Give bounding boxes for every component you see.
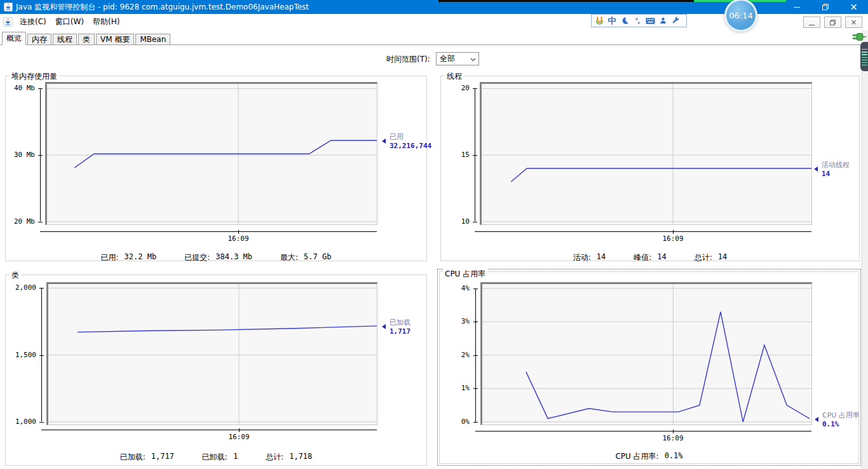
stat-label: 已提交:: [184, 252, 210, 263]
tab-vm-summary[interactable]: VM 概要: [96, 34, 134, 44]
series-end-label: 活动线程14: [814, 160, 850, 178]
sogou-logo-icon[interactable]: [594, 16, 604, 26]
series-end-label: 已加载1,717: [382, 318, 410, 336]
stat: 总计:14: [695, 252, 728, 263]
ime-toolbar: 中 °,: [591, 14, 687, 27]
stat-label: 活动:: [573, 252, 591, 263]
jconsole-window: Java 监视和管理控制台 - pid: 9628 com.atguigu.jv…: [0, 0, 868, 469]
stat-value: 14: [597, 252, 606, 263]
stat-label: 已用:: [101, 252, 119, 263]
heap-chart: [47, 84, 377, 224]
moon-icon[interactable]: [620, 16, 630, 26]
menu-connect[interactable]: 连接(C): [15, 15, 51, 29]
y-axis-tick: [38, 222, 43, 222]
panel-title-heap: 堆内存使用量: [10, 71, 59, 82]
stat-value: 0.1%: [665, 451, 683, 462]
stat-value: 5.7 Gb: [304, 252, 331, 263]
y-tick-label: 15: [441, 151, 470, 159]
cpu-usage-panel[interactable]: CPU 占用率 4%3%2%1%0%16:09CPU 占用率0.1%CPU 占用…: [437, 269, 861, 466]
edge-widget-stripes: [862, 49, 867, 65]
stat-value: 14: [718, 252, 727, 263]
chart-stats: 活动:14峰值:14总计:14: [441, 252, 859, 263]
menu-window[interactable]: 窗口(W): [51, 15, 88, 29]
y-tick-label: 0%: [438, 418, 470, 426]
user-icon[interactable]: [658, 16, 668, 26]
y-tick-label: 40 Mb: [6, 84, 35, 92]
stat-value: 32.2 Mb: [125, 252, 157, 263]
stat-label: 已加载:: [120, 452, 146, 463]
edge-docked-widget[interactable]: [860, 42, 868, 71]
cpu-chart-plot-area[interactable]: [480, 282, 812, 425]
stat: 已用:32.2 Mb: [101, 252, 157, 263]
y-axis-tick: [473, 322, 478, 322]
clock-overlay-widget[interactable]: 06:14: [724, 0, 757, 32]
frame-restore-button[interactable]: [824, 17, 841, 28]
threads-chart-plot-area[interactable]: [480, 82, 812, 225]
y-tick-label: 1,000: [6, 418, 36, 426]
frame-minimize-button[interactable]: [803, 17, 820, 28]
x-axis: [475, 231, 811, 232]
vertical-scrollbar[interactable]: [862, 31, 868, 469]
tab-mbean[interactable]: MBean: [135, 34, 170, 44]
x-tick-label: 16:09: [654, 234, 692, 243]
stat-label: 总计:: [695, 252, 712, 263]
series-label-text: 已用32,216,744: [390, 132, 431, 150]
y-axis-tick: [473, 88, 477, 89]
panel-title-classes: 类: [10, 270, 21, 281]
y-axis-tick: [38, 88, 43, 89]
y-tick-label: 2,000: [6, 283, 36, 292]
heap-chart-plot-area[interactable]: [45, 82, 377, 225]
menu-help[interactable]: 帮助(H): [88, 15, 124, 29]
java-menu-icon: [3, 17, 13, 27]
stat-label: 最大:: [280, 252, 298, 263]
classes-chart-plot-area[interactable]: [46, 282, 377, 425]
stat: 已卸载:1: [202, 452, 238, 463]
y-tick-label: 2%: [438, 351, 470, 359]
series-value: 14: [822, 170, 850, 178]
tab-memory[interactable]: 内存: [27, 34, 51, 44]
series-label-text: 活动线程14: [822, 160, 850, 178]
y-axis-tick: [39, 288, 44, 289]
chinese-mode-icon[interactable]: 中: [607, 16, 617, 26]
keyboard-icon[interactable]: [645, 16, 655, 26]
time-range-select[interactable]: 全部: [436, 52, 479, 65]
stat-value: 14: [657, 252, 666, 263]
x-tick-label: 16:09: [220, 433, 258, 441]
y-tick-label: 3%: [438, 317, 470, 325]
os-close-button[interactable]: ×: [839, 0, 868, 14]
left-triangle-marker: [382, 324, 386, 329]
tab-classes[interactable]: 类: [78, 34, 95, 44]
y-tick-label: 10: [441, 217, 470, 226]
threads-panel: 线程 20151016:09活动线程14活动:14峰值:14总计:14: [440, 76, 860, 261]
series-label-text: CPU 占用率0.1%: [822, 411, 860, 428]
window-title: Java 监视和管理控制台 - pid: 9628 com.atguigu.jv…: [16, 2, 309, 13]
x-axis-tick: [673, 430, 674, 433]
series-value: 0.1%: [822, 420, 860, 428]
os-minimize-button[interactable]: [782, 0, 811, 14]
y-tick-label: 1,500: [6, 351, 36, 359]
series-value: 32,216,744: [390, 142, 431, 150]
chevron-down-icon: [470, 55, 476, 64]
wrench-icon[interactable]: [670, 16, 681, 26]
frame-controls: ×: [803, 17, 862, 28]
series-value: 1,717: [390, 327, 410, 336]
screen-edge-artifact-dark: [438, 0, 694, 2]
series-end-label: 已用32,216,744: [382, 132, 431, 150]
y-axis-tick: [473, 388, 478, 389]
tab-overview[interactable]: 概览: [2, 32, 26, 45]
x-axis: [40, 231, 377, 232]
series-name: 已用: [390, 132, 431, 142]
stat-value: 1: [233, 452, 238, 463]
stat-value: 384.3 Mb: [215, 252, 252, 263]
stat: 活动:14: [573, 252, 606, 263]
frame-close-button[interactable]: ×: [845, 17, 862, 28]
tab-threads[interactable]: 线程: [53, 34, 77, 44]
y-axis-tick: [473, 289, 478, 289]
os-restore-button[interactable]: [811, 0, 839, 14]
y-tick-label: 30 Mb: [6, 151, 35, 159]
y-axis-tick: [473, 422, 478, 423]
series-end-label: CPU 占用率0.1%: [815, 411, 860, 428]
stat: 已提交:384.3 Mb: [184, 252, 252, 263]
punctuation-icon[interactable]: °,: [632, 16, 642, 26]
x-axis-tick: [238, 230, 239, 234]
